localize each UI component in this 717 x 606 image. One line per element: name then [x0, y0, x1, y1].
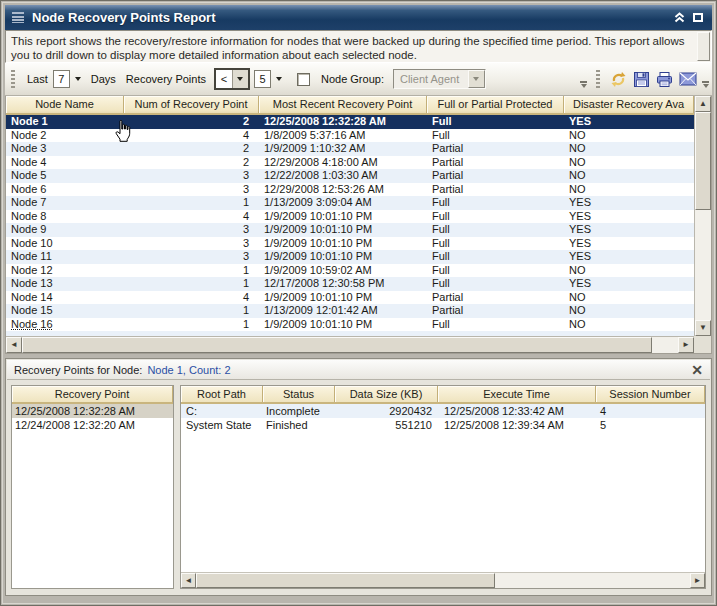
table-row[interactable]: Node 5 3 12/22/2008 1:03:30 AM Partial N…: [6, 169, 694, 183]
cell-num-recovery-points: 1: [124, 196, 259, 210]
cell-node-name: Node 8: [6, 210, 124, 224]
cell-node-name: Node 9: [6, 223, 124, 237]
cell-node-name: Node 6: [6, 183, 124, 197]
scroll-right-icon[interactable]: ►: [678, 337, 694, 353]
table-row[interactable]: Node 3 2 1/9/2009 1:10:32 AM Partial NO: [6, 142, 694, 156]
column-header-protection[interactable]: Full or Partial Protected: [427, 96, 564, 113]
table-row[interactable]: System State Finished 551210 12/25/2008 …: [181, 418, 705, 432]
cell-most-recent: 12/25/2008 12:32:28 AM: [259, 115, 427, 129]
operator-dropdown-button[interactable]: [232, 70, 248, 88]
cell-node-name: Node 15: [6, 304, 124, 318]
cell-disaster-recovery: YES: [564, 115, 694, 129]
window-title: Node Recovery Points Report: [32, 10, 673, 25]
cell-status: Incomplete: [263, 404, 335, 418]
column-header-node-name[interactable]: Node Name: [6, 96, 124, 113]
table-row[interactable]: Node 1 2 12/25/2008 12:32:28 AM Full YES: [6, 115, 694, 129]
list-item[interactable]: 12/25/2008 12:32:28 AM: [12, 404, 173, 418]
node-group-dropdown-icon: [473, 77, 479, 81]
print-button[interactable]: [653, 68, 676, 90]
days-label: Days: [91, 73, 116, 85]
cell-most-recent: 1/9/2009 10:01:10 PM: [259, 237, 427, 251]
sessions-scroll-right-icon[interactable]: ►: [690, 573, 705, 588]
cell-session-number: 5: [596, 418, 705, 432]
cell-num-recovery-points: 2: [124, 142, 259, 156]
column-header-status[interactable]: Status: [263, 386, 335, 402]
maximize-button[interactable]: [693, 13, 703, 22]
cell-protection: Full: [427, 196, 564, 210]
table-row[interactable]: Node 16 1 1/9/2009 10:01:10 PM Full NO: [6, 318, 694, 332]
email-icon: [679, 72, 697, 86]
cell-root-path: System State: [181, 418, 263, 432]
cell-root-path: C:: [181, 404, 263, 418]
column-header-disaster-recovery[interactable]: Disaster Recovery Ava: [564, 96, 694, 113]
save-button[interactable]: [630, 68, 653, 90]
count-dropdown-icon[interactable]: [276, 77, 282, 81]
sessions-horizontal-scrollbar[interactable]: ◄ ►: [181, 572, 705, 588]
cell-num-recovery-points: 4: [124, 210, 259, 224]
cell-disaster-recovery: YES: [564, 250, 694, 264]
last-days-dropdown-icon[interactable]: [75, 77, 81, 81]
sessions-table: Root Path Status Data Size (KB) Execute …: [180, 385, 706, 589]
cell-node-name: Node 1: [6, 115, 124, 129]
column-header-root-path[interactable]: Root Path: [181, 386, 263, 402]
cell-protection: Full: [427, 237, 564, 251]
node-group-combobox[interactable]: Client Agent: [393, 69, 486, 89]
collapse-button[interactable]: [673, 11, 686, 24]
table-row[interactable]: Node 12 1 1/9/2009 10:59:02 AM Full NO: [6, 264, 694, 278]
sessions-scrollbar-thumb[interactable]: [196, 573, 495, 588]
operator-combobox[interactable]: <: [214, 68, 250, 90]
cell-disaster-recovery: YES: [564, 223, 694, 237]
recovery-points-panel: Recovery Points for Node: Node 1, Count:…: [5, 358, 712, 596]
description-scrollbar[interactable]: [697, 32, 710, 61]
vertical-scrollbar-thumb[interactable]: [695, 112, 711, 210]
column-header-data-size[interactable]: Data Size (KB): [335, 386, 438, 402]
column-header-most-recent[interactable]: Most Recent Recovery Point: [259, 96, 427, 113]
cell-most-recent: 1/9/2009 10:01:10 PM: [259, 250, 427, 264]
operator-dropdown-icon: [237, 77, 243, 81]
refresh-button[interactable]: [607, 68, 630, 90]
cell-num-recovery-points: 3: [124, 223, 259, 237]
horizontal-scrollbar-thumb[interactable]: [22, 337, 652, 353]
table-row[interactable]: Node 8 4 1/9/2009 10:01:10 PM Full YES: [6, 210, 694, 224]
cell-num-recovery-points: 3: [124, 183, 259, 197]
table-row[interactable]: Node 2 4 1/8/2009 5:37:16 AM Full NO: [6, 129, 694, 143]
table-row[interactable]: C: Incomplete 2920432 12/25/2008 12:33:4…: [181, 404, 705, 418]
table-row[interactable]: Node 10 3 1/9/2009 10:01:10 PM Full YES: [6, 237, 694, 251]
node-group-checkbox[interactable]: [297, 73, 310, 86]
table-row[interactable]: Node 14 4 1/9/2009 10:01:10 PM Partial N…: [6, 291, 694, 305]
cell-disaster-recovery: YES: [564, 237, 694, 251]
column-header-session-number[interactable]: Session Number: [596, 386, 705, 402]
close-icon[interactable]: ✕: [691, 363, 703, 377]
last-days-value[interactable]: 7: [53, 70, 70, 88]
toolbar-overflow-icon-right[interactable]: [701, 81, 710, 88]
table-row[interactable]: Node 4 2 12/29/2008 4:18:00 AM Partial N…: [6, 156, 694, 170]
icons-toolbar-grip[interactable]: [596, 70, 600, 88]
email-button[interactable]: [676, 68, 699, 90]
vertical-scrollbar[interactable]: ▲ ▼: [694, 96, 711, 336]
toolbar-overflow-icon[interactable]: [579, 81, 588, 88]
cell-most-recent: 1/9/2009 10:01:10 PM: [259, 318, 427, 332]
table-row[interactable]: Node 15 1 1/13/2009 12:01:42 AM Partial …: [6, 304, 694, 318]
list-item[interactable]: 12/24/2008 12:32:20 AM: [12, 418, 173, 432]
table-row[interactable]: Node 9 3 1/9/2009 10:01:10 PM Full YES: [6, 223, 694, 237]
cell-num-recovery-points: 4: [124, 129, 259, 143]
column-header-execute-time[interactable]: Execute Time: [438, 386, 596, 402]
count-value[interactable]: 5: [254, 70, 271, 88]
table-row[interactable]: Node 7 1 1/13/2009 3:09:04 AM Full YES: [6, 196, 694, 210]
toolbar-grip[interactable]: [11, 70, 15, 88]
scroll-down-icon[interactable]: ▼: [695, 320, 711, 336]
column-header-num-recovery-points[interactable]: Num of Recovery Point: [124, 96, 259, 113]
node-group-dropdown-button[interactable]: [468, 70, 485, 88]
table-row[interactable]: Node 6 3 12/29/2008 12:53:26 AM Partial …: [6, 183, 694, 197]
scroll-up-icon[interactable]: ▲: [695, 96, 711, 112]
recovery-point-header[interactable]: Recovery Point: [12, 386, 173, 404]
cell-protection: Full: [427, 223, 564, 237]
horizontal-scrollbar[interactable]: ◄ ►: [6, 336, 694, 353]
cell-protection: Partial: [427, 142, 564, 156]
table-row[interactable]: Node 13 1 12/17/2008 12:30:58 PM Full YE…: [6, 277, 694, 291]
cell-num-recovery-points: 1: [124, 304, 259, 318]
scroll-left-icon[interactable]: ◄: [6, 337, 22, 353]
cell-disaster-recovery: NO: [564, 169, 694, 183]
table-row[interactable]: Node 11 3 1/9/2009 10:01:10 PM Full YES: [6, 250, 694, 264]
sessions-scroll-left-icon[interactable]: ◄: [181, 573, 196, 588]
